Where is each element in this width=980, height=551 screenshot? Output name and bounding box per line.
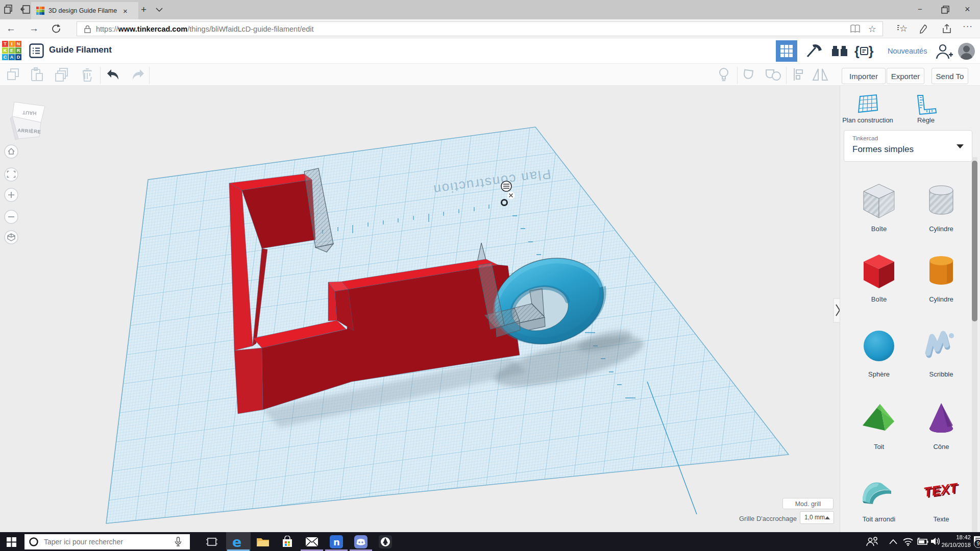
edit-toolbar (0, 64, 980, 86)
design-menu-icon[interactable] (29, 43, 44, 58)
user-avatar[interactable] (958, 43, 975, 60)
tab-preview-chevron-icon[interactable] (156, 8, 163, 12)
invite-user-icon[interactable] (935, 43, 953, 60)
group-icon[interactable] (742, 67, 758, 82)
refresh-icon[interactable] (51, 23, 61, 34)
lego-brick-icon[interactable] (831, 45, 848, 57)
delete-icon[interactable] (81, 67, 94, 82)
home-view-button[interactable] (5, 145, 18, 158)
shape-tile-cylindre-orange[interactable]: Cylindre (914, 252, 968, 303)
shape-tile-toit[interactable]: Toit (852, 399, 906, 450)
taskbar-app-store[interactable] (275, 532, 300, 551)
scribble-icon (921, 327, 962, 366)
set-tabs-aside-icon[interactable] (20, 5, 31, 14)
dashboard-grid-button[interactable] (776, 40, 797, 62)
address-bar[interactable]: https://www.tinkercad.com/things/bliWfai… (77, 21, 883, 36)
viewport-canvas[interactable]: Plan construction (0, 86, 980, 532)
taskbar-app-explorer[interactable] (251, 532, 275, 551)
tab-title: 3D design Guide Filame (48, 7, 120, 14)
tray-people-icon[interactable] (866, 537, 879, 547)
toolbar-separator (100, 67, 101, 84)
reading-view-icon[interactable] (850, 24, 860, 33)
shape-tile-boite-red[interactable]: Boîte (852, 252, 906, 303)
snap-grid-value: 1,0 mm (804, 514, 825, 521)
perspective-toggle-button[interactable] (5, 231, 18, 244)
ungroup-icon[interactable] (765, 67, 782, 82)
share-icon[interactable] (942, 24, 952, 34)
url-path: /things/bliWfaidLcD-guide-filament/edit (187, 25, 313, 33)
annotate-pen-icon[interactable] (919, 24, 928, 34)
taskbar-app-edge[interactable]: e (226, 532, 251, 551)
taskbar-app-mail[interactable] (300, 532, 324, 551)
start-button[interactable] (7, 537, 16, 547)
taskbar-app-dark[interactable] (373, 532, 398, 551)
workplane-tool-icon[interactable] (857, 93, 878, 115)
minecraft-pickaxe-icon[interactable] (805, 43, 823, 59)
shape-library-dropdown[interactable]: Tinkercad Formes simples (844, 130, 972, 162)
paste-icon[interactable] (30, 67, 44, 82)
back-icon[interactable]: ← (6, 23, 16, 33)
tray-battery-icon[interactable] (916, 538, 928, 545)
shape-tile-boite-striped[interactable]: Boîte (852, 181, 906, 233)
ruler-tool-icon[interactable] (914, 93, 937, 115)
tab-close-icon[interactable]: × (123, 7, 128, 15)
window-close-button[interactable]: × (965, 5, 970, 14)
notification-badge: 9 (974, 539, 980, 548)
duplicate-icon[interactable] (54, 67, 69, 82)
align-icon[interactable] (792, 67, 805, 82)
snap-grid-select[interactable]: 1,0 mm (800, 511, 834, 524)
search-input[interactable] (43, 537, 162, 546)
taskbar-app-n[interactable]: n (324, 532, 349, 551)
screen: 3D design Guide Filame × + − × ← → https… (0, 0, 980, 551)
new-tab-button[interactable]: + (141, 5, 146, 14)
forward-icon[interactable]: → (29, 23, 39, 33)
tray-chevron-icon[interactable] (889, 539, 897, 544)
send-to-button[interactable]: Send To (932, 68, 968, 84)
url-domain: www.tinkercad.com (118, 25, 188, 33)
browser-tab[interactable]: 3D design Guide Filame × (31, 2, 138, 19)
dropdown-caret-icon (957, 144, 964, 148)
window-restore-button[interactable] (941, 6, 949, 14)
codeblocks-icon[interactable]: {} (854, 43, 876, 59)
tray-clock[interactable]: 18:42 26/10/2018 (938, 534, 971, 549)
shape-tile-cylindre-striped[interactable]: Cylindre (914, 181, 968, 233)
design-title: Guide Filament (49, 45, 112, 55)
fit-view-button[interactable] (5, 168, 18, 181)
favorite-star-icon[interactable]: ☆ (868, 23, 876, 35)
undo-icon[interactable] (105, 68, 120, 81)
microphone-icon[interactable] (175, 537, 182, 547)
zoom-out-button[interactable] (5, 210, 18, 223)
tab-stack-icon[interactable] (4, 5, 13, 14)
striped-cylinder-icon (921, 181, 962, 221)
lock-icon (84, 25, 91, 33)
import-button[interactable]: Importer (842, 68, 886, 84)
shape-tile-toit-arrondi[interactable]: Toit arrondi (852, 471, 906, 523)
shape-tile-scribble[interactable]: Scribble (914, 327, 968, 378)
tray-wifi-icon[interactable] (902, 537, 914, 546)
more-menu-icon[interactable]: ··· (963, 21, 973, 32)
mirror-icon[interactable] (812, 67, 829, 82)
redo-icon[interactable] (131, 68, 146, 81)
green-roof-icon (859, 399, 899, 439)
shape-tile-sphere[interactable]: Sphère (852, 327, 906, 378)
taskbar-app-discord[interactable] (349, 532, 373, 551)
whats-new-link[interactable]: Nouveautés (888, 47, 927, 55)
edit-grid-button[interactable]: Mod. grill (782, 498, 834, 509)
blue-sphere-icon (859, 327, 899, 366)
shape-tile-cone[interactable]: Cône (914, 399, 968, 450)
tray-time: 18:42 (938, 534, 971, 541)
task-view-button[interactable] (200, 532, 224, 551)
library-selected: Formes simples (852, 144, 914, 155)
tinkercad-logo[interactable]: TIN KER CAD (2, 41, 22, 61)
export-button[interactable]: Exporter (887, 68, 924, 84)
shape-tile-texte[interactable]: TEXT TEXT Texte (914, 471, 968, 523)
copy-icon[interactable] (6, 67, 20, 82)
panel-scrollbar-thumb[interactable] (972, 161, 977, 321)
show-all-bulb-icon[interactable] (718, 67, 730, 83)
window-minimize-button[interactable]: − (918, 5, 922, 13)
action-center[interactable]: 9 (973, 535, 980, 547)
taskbar-search[interactable] (24, 534, 190, 549)
panel-scrollbar[interactable] (972, 157, 977, 532)
zoom-in-button[interactable] (5, 188, 18, 202)
view-cube[interactable]: HAUT ARRIÈRE (10, 102, 45, 140)
